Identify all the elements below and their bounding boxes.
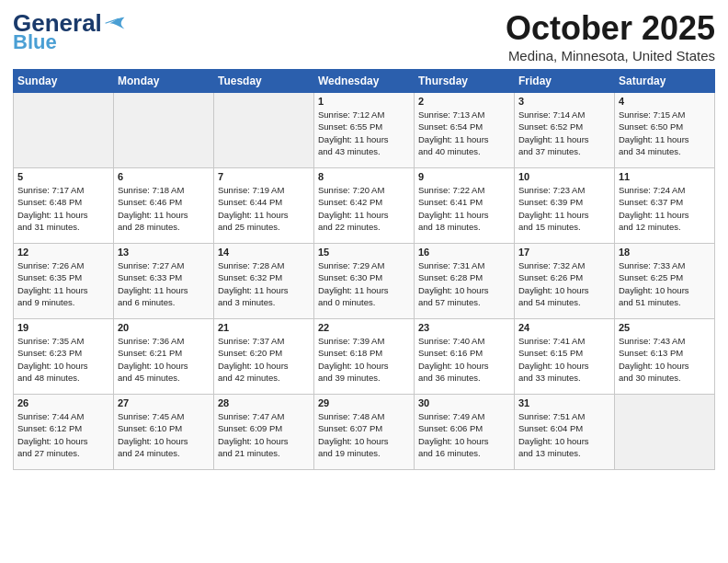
day-number: 5	[17, 171, 109, 182]
day-number: 10	[518, 171, 610, 182]
logo-blue: Blue	[13, 32, 57, 52]
week-row-2: 5Sunrise: 7:17 AMSunset: 6:48 PMDaylight…	[14, 168, 715, 244]
day-info: Sunrise: 7:33 AMSunset: 6:25 PMDaylight:…	[619, 259, 711, 308]
day-info: Sunrise: 7:14 AMSunset: 6:52 PMDaylight:…	[518, 109, 610, 157]
calendar-cell: 15Sunrise: 7:29 AMSunset: 6:30 PMDayligh…	[314, 244, 415, 319]
day-number: 17	[518, 247, 610, 258]
day-info: Sunrise: 7:18 AMSunset: 6:46 PMDaylight:…	[118, 184, 210, 233]
calendar-cell: 29Sunrise: 7:48 AMSunset: 6:07 PMDayligh…	[314, 395, 415, 470]
calendar-cell: 22Sunrise: 7:39 AMSunset: 6:18 PMDayligh…	[314, 319, 415, 395]
day-info: Sunrise: 7:39 AMSunset: 6:18 PMDaylight:…	[318, 335, 410, 384]
calendar-cell: 3Sunrise: 7:14 AMSunset: 6:52 PMDaylight…	[515, 93, 615, 168]
day-info: Sunrise: 7:27 AMSunset: 6:33 PMDaylight:…	[118, 259, 210, 308]
calendar-cell: 1Sunrise: 7:12 AMSunset: 6:55 PMDaylight…	[314, 93, 415, 168]
calendar-cell: 2Sunrise: 7:13 AMSunset: 6:54 PMDaylight…	[415, 93, 515, 168]
day-number: 18	[619, 247, 711, 258]
day-info: Sunrise: 7:28 AMSunset: 6:32 PMDaylight:…	[218, 259, 310, 308]
calendar-cell: 8Sunrise: 7:20 AMSunset: 6:42 PMDaylight…	[314, 168, 415, 244]
day-info: Sunrise: 7:31 AMSunset: 6:28 PMDaylight:…	[418, 259, 510, 308]
calendar-cell: 21Sunrise: 7:37 AMSunset: 6:20 PMDayligh…	[214, 319, 314, 395]
week-row-5: 26Sunrise: 7:44 AMSunset: 6:12 PMDayligh…	[14, 395, 715, 470]
calendar-cell: 18Sunrise: 7:33 AMSunset: 6:25 PMDayligh…	[615, 244, 715, 319]
location: Medina, Minnesota, United States	[506, 48, 715, 63]
day-number: 20	[118, 322, 210, 333]
calendar-cell: 24Sunrise: 7:41 AMSunset: 6:15 PMDayligh…	[515, 319, 615, 395]
calendar-cell: 4Sunrise: 7:15 AMSunset: 6:50 PMDaylight…	[615, 93, 715, 168]
day-info: Sunrise: 7:20 AMSunset: 6:42 PMDaylight:…	[318, 184, 410, 233]
calendar-cell	[615, 395, 715, 470]
logo-bird-icon	[104, 16, 126, 32]
calendar-cell: 10Sunrise: 7:23 AMSunset: 6:39 PMDayligh…	[515, 168, 615, 244]
day-number: 25	[619, 322, 711, 333]
day-info: Sunrise: 7:24 AMSunset: 6:37 PMDaylight:…	[619, 184, 711, 233]
col-friday: Friday	[515, 70, 615, 93]
day-info: Sunrise: 7:15 AMSunset: 6:50 PMDaylight:…	[619, 109, 711, 157]
calendar-cell: 25Sunrise: 7:43 AMSunset: 6:13 PMDayligh…	[615, 319, 715, 395]
day-number: 22	[318, 322, 410, 333]
day-number: 13	[118, 247, 210, 258]
week-row-1: 1Sunrise: 7:12 AMSunset: 6:55 PMDaylight…	[14, 93, 715, 168]
day-number: 14	[218, 247, 310, 258]
day-info: Sunrise: 7:40 AMSunset: 6:16 PMDaylight:…	[418, 335, 510, 384]
calendar-cell: 31Sunrise: 7:51 AMSunset: 6:04 PMDayligh…	[515, 395, 615, 470]
day-number: 7	[218, 171, 310, 182]
col-sunday: Sunday	[14, 70, 114, 93]
calendar-cell: 11Sunrise: 7:24 AMSunset: 6:37 PMDayligh…	[615, 168, 715, 244]
calendar-cell	[214, 93, 314, 168]
calendar-cell: 28Sunrise: 7:47 AMSunset: 6:09 PMDayligh…	[214, 395, 314, 470]
day-info: Sunrise: 7:32 AMSunset: 6:26 PMDaylight:…	[518, 259, 610, 308]
day-info: Sunrise: 7:17 AMSunset: 6:48 PMDaylight:…	[17, 184, 109, 233]
day-info: Sunrise: 7:37 AMSunset: 6:20 PMDaylight:…	[218, 335, 310, 384]
week-row-4: 19Sunrise: 7:35 AMSunset: 6:23 PMDayligh…	[14, 319, 715, 395]
day-info: Sunrise: 7:45 AMSunset: 6:10 PMDaylight:…	[118, 410, 210, 459]
day-number: 27	[118, 397, 210, 408]
day-info: Sunrise: 7:41 AMSunset: 6:15 PMDaylight:…	[518, 335, 610, 384]
day-number: 3	[518, 96, 610, 107]
col-tuesday: Tuesday	[214, 70, 314, 93]
day-number: 2	[418, 96, 510, 107]
calendar-cell: 26Sunrise: 7:44 AMSunset: 6:12 PMDayligh…	[14, 395, 114, 470]
month-title: October 2025	[506, 9, 715, 48]
title-block: October 2025 Medina, Minnesota, United S…	[506, 9, 715, 63]
col-saturday: Saturday	[615, 70, 715, 93]
day-number: 4	[619, 96, 711, 107]
day-number: 31	[518, 397, 610, 408]
day-info: Sunrise: 7:29 AMSunset: 6:30 PMDaylight:…	[318, 259, 410, 308]
day-number: 9	[418, 171, 510, 182]
day-number: 29	[318, 397, 410, 408]
calendar-cell: 7Sunrise: 7:19 AMSunset: 6:44 PMDaylight…	[214, 168, 314, 244]
calendar-cell: 19Sunrise: 7:35 AMSunset: 6:23 PMDayligh…	[14, 319, 114, 395]
day-number: 8	[318, 171, 410, 182]
calendar-cell: 23Sunrise: 7:40 AMSunset: 6:16 PMDayligh…	[415, 319, 515, 395]
day-info: Sunrise: 7:12 AMSunset: 6:55 PMDaylight:…	[318, 109, 410, 157]
calendar-cell	[114, 93, 214, 168]
day-info: Sunrise: 7:36 AMSunset: 6:21 PMDaylight:…	[118, 335, 210, 384]
day-number: 11	[619, 171, 711, 182]
day-info: Sunrise: 7:43 AMSunset: 6:13 PMDaylight:…	[619, 335, 711, 384]
calendar-cell: 9Sunrise: 7:22 AMSunset: 6:41 PMDaylight…	[415, 168, 515, 244]
day-number: 12	[17, 247, 109, 258]
day-info: Sunrise: 7:19 AMSunset: 6:44 PMDaylight:…	[218, 184, 310, 233]
day-info: Sunrise: 7:48 AMSunset: 6:07 PMDaylight:…	[318, 410, 410, 459]
day-number: 23	[418, 322, 510, 333]
header-row: Sunday Monday Tuesday Wednesday Thursday…	[14, 70, 715, 93]
day-number: 19	[17, 322, 109, 333]
calendar-cell: 13Sunrise: 7:27 AMSunset: 6:33 PMDayligh…	[114, 244, 214, 319]
day-info: Sunrise: 7:47 AMSunset: 6:09 PMDaylight:…	[218, 410, 310, 459]
day-info: Sunrise: 7:35 AMSunset: 6:23 PMDaylight:…	[17, 335, 109, 384]
day-info: Sunrise: 7:26 AMSunset: 6:35 PMDaylight:…	[17, 259, 109, 308]
day-number: 15	[318, 247, 410, 258]
calendar-table: Sunday Monday Tuesday Wednesday Thursday…	[13, 69, 715, 470]
calendar-cell: 20Sunrise: 7:36 AMSunset: 6:21 PMDayligh…	[114, 319, 214, 395]
day-number: 1	[318, 96, 410, 107]
day-number: 16	[418, 247, 510, 258]
day-info: Sunrise: 7:13 AMSunset: 6:54 PMDaylight:…	[418, 109, 510, 157]
day-info: Sunrise: 7:23 AMSunset: 6:39 PMDaylight:…	[518, 184, 610, 233]
calendar-cell: 17Sunrise: 7:32 AMSunset: 6:26 PMDayligh…	[515, 244, 615, 319]
day-info: Sunrise: 7:44 AMSunset: 6:12 PMDaylight:…	[17, 410, 109, 459]
day-number: 26	[17, 397, 109, 408]
day-number: 30	[418, 397, 510, 408]
day-number: 6	[118, 171, 210, 182]
col-wednesday: Wednesday	[314, 70, 415, 93]
calendar-cell: 27Sunrise: 7:45 AMSunset: 6:10 PMDayligh…	[114, 395, 214, 470]
